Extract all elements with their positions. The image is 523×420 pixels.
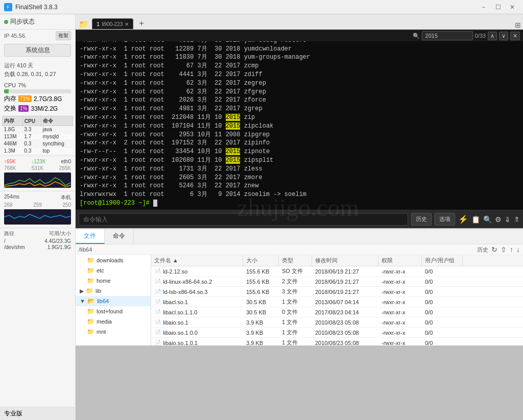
proc-header-cpu: CPU: [22, 116, 41, 126]
upload-file-icon[interactable]: ↑: [510, 245, 513, 254]
edition-bar: 专业版: [0, 407, 75, 420]
search-tool-icon[interactable]: 🔍: [483, 215, 492, 224]
tree-item-lib[interactable]: ▶📁lib: [76, 286, 151, 296]
search-close-button[interactable]: ✕: [510, 32, 520, 40]
file-modified: 2013/06/07 04:14: [312, 298, 378, 306]
file-list: 文件名 ▲ 大小 类型 修改时间 权限 用户/用户组 📄 ld-2.12.so …: [151, 255, 523, 345]
search-icon: 🔍: [413, 33, 420, 39]
tree-item-lost+found[interactable]: 📁lost+found: [76, 306, 151, 316]
tree-item-home[interactable]: 📁home: [76, 276, 151, 286]
terminal-line: -rwxr-xr-x 1 root root 11030 7月 30 2018 …: [80, 53, 519, 62]
highlight: 2015: [226, 157, 241, 164]
copy-icon[interactable]: 📋: [471, 215, 480, 224]
terminal-line: -rwxr-xr-x 1 root root 4981 3月 22 2017 z…: [80, 105, 519, 113]
tree-item-lib64[interactable]: ▼📂lib64: [76, 296, 151, 306]
download-icon[interactable]: ⇓: [505, 215, 511, 224]
file-row[interactable]: 📄 ld-linux-x86-64.so.2 155.6 KB 2 文件 201…: [151, 277, 523, 287]
folder-icon: 📁: [87, 267, 94, 274]
file-owner: 0/0: [422, 298, 463, 306]
header-type: 类型: [279, 255, 312, 266]
select-button[interactable]: 选项: [435, 213, 455, 226]
tree-item-media[interactable]: 📁media: [76, 316, 151, 327]
proc-header-cmd: 命令: [41, 116, 73, 126]
header-modified: 修改时间: [312, 255, 378, 266]
file-row[interactable]: 📄 libaio.so.1.0.1 3.9 KB 1 文件 2010/08/23…: [151, 338, 523, 345]
file-header-bar: /lib64 历史 ↻ ⇧ ↑ ↓: [76, 244, 523, 255]
terminal-line: -rwxr-xr-x 2 root root 197152 3月 22 2017…: [80, 139, 519, 147]
tab-folder-icon-area: 📁: [78, 18, 92, 29]
file-modified: 2018/06/19 21:27: [312, 278, 378, 286]
command-input[interactable]: [79, 213, 408, 226]
file-header-toolbar: 历史 ↻ ⇧ ↑ ↓: [477, 245, 520, 254]
proc-header-mem: 内存: [3, 116, 23, 126]
terminal-line: -rwxr-xr-x 1 root root 2605 3月 22 2017 z…: [80, 174, 519, 182]
maximize-button[interactable]: ☐: [491, 2, 505, 12]
folder-nav-icon[interactable]: 📁: [79, 19, 89, 29]
proc-mem: 446M: [3, 140, 23, 147]
file-row[interactable]: 📄 ld-lsb-x86-64.so.3 155.6 KB 3 文件 2018/…: [151, 287, 523, 297]
process-row: 446M0.3syncthing: [3, 140, 73, 147]
minimize-button[interactable]: −: [477, 2, 490, 12]
tree-item-label: mnt: [97, 329, 106, 335]
net-val-2: 531K: [32, 165, 43, 171]
header-owner: 用户/用户组: [422, 255, 463, 266]
process-row: 113M1.7mysqld: [3, 133, 73, 140]
file-owner: 0/0: [422, 329, 463, 337]
history-nav-button[interactable]: 历史: [477, 246, 488, 254]
search-input[interactable]: [422, 31, 473, 40]
proc-mem: 1.3M: [3, 147, 23, 155]
net-val-1: 768K: [4, 165, 16, 171]
titlebar: F FinalShell 3.8.3 − ☐ ✕: [0, 0, 523, 14]
up-dir-icon[interactable]: ⇧: [501, 245, 507, 254]
file-tab-files[interactable]: 文件: [76, 229, 105, 244]
ip-row: IP 45.56. 複製: [0, 30, 75, 42]
sysinfo-button[interactable]: 系统信息: [4, 44, 71, 57]
file-modified: 2010/08/23 05:08: [312, 339, 378, 346]
proc-cmd: top: [41, 147, 73, 155]
search-next-button[interactable]: ∨: [499, 32, 508, 40]
file-type: 1 文件: [279, 317, 312, 327]
tab-close-button[interactable]: ✕: [125, 21, 129, 27]
settings-icon[interactable]: ⚙: [495, 215, 502, 224]
file-size: 3.9 KB: [243, 318, 279, 327]
history-button[interactable]: 历史: [411, 213, 432, 226]
refresh-icon[interactable]: ↻: [491, 245, 497, 254]
sync-label: 同步状态: [10, 17, 35, 26]
tree-expand-icon: ▶: [80, 288, 84, 294]
folder-icon: 📁: [87, 257, 94, 264]
file-row[interactable]: 📄 libacl.so.1.1.0 30.5 KB 0 文件 2017/08/2…: [151, 307, 523, 317]
file-row[interactable]: 📄 libaio.so.1.0.0 3.9 KB 1 文件 2010/08/23…: [151, 328, 523, 338]
app-icon: F: [4, 3, 12, 11]
close-button[interactable]: ✕: [506, 2, 519, 12]
file-type: 1 文件: [279, 297, 312, 307]
add-tab-button[interactable]: +: [135, 18, 148, 29]
terminal-tab-1[interactable]: 1 li900-223 ✕: [92, 18, 133, 29]
tree-item-mnt[interactable]: 📁mnt: [76, 327, 151, 337]
tree-item-downloads[interactable]: 📁downloads: [76, 255, 151, 265]
file-row[interactable]: 📄 libacl.so.1 30.5 KB 1 文件 2013/06/07 04…: [151, 297, 523, 307]
terminal-line: -rwxr-xr-x 1 root root 7931 7月 30 2018 y…: [80, 41, 519, 45]
stats-section: 运行 410 天 负载 0.28, 0.31, 0.27: [0, 59, 75, 81]
disk-avail-val: 1.9G/1.9G: [47, 244, 71, 250]
ping-section: 254ms 本机 268 259 250: [0, 191, 75, 228]
file-tab-commands[interactable]: 命令: [105, 229, 134, 244]
tree-item-etc[interactable]: 📁etc: [76, 265, 151, 276]
net-up: ↑65K: [4, 159, 16, 164]
window-controls[interactable]: − ☐ ✕: [477, 2, 519, 12]
mem-row: 内存 71% 2.7G/3.8G: [4, 94, 71, 103]
terminal[interactable]: zhujigo.com -rwxr-xr-x 1 root root 2167 …: [76, 41, 523, 210]
file-row[interactable]: 📄 ld-2.12.so 155.6 KB SO 文件 2018/06/19 2…: [151, 266, 523, 277]
file-size: 3.9 KB: [243, 329, 279, 337]
file-icon: 📄: [154, 309, 161, 316]
proc-cpu: 0.3: [22, 140, 41, 147]
search-prev-button[interactable]: ∧: [488, 32, 497, 40]
file-row[interactable]: 📄 libaio.so.1 3.9 KB 1 文件 2010/08/23 05:…: [151, 317, 523, 328]
grid-view-icon[interactable]: ⊞: [515, 21, 521, 29]
tree-item-label: lib64: [97, 298, 109, 304]
swap-badge: 1%: [18, 105, 29, 112]
copy-button[interactable]: 複製: [56, 31, 71, 40]
upload-icon[interactable]: ⇑: [514, 215, 520, 224]
download-file-icon[interactable]: ↓: [516, 245, 520, 254]
file-tabs: 文件 命令: [76, 229, 523, 244]
main-container: 同步状态 IP 45.56. 複製 系统信息 运行 410 天 负载 0.28,…: [0, 14, 523, 420]
